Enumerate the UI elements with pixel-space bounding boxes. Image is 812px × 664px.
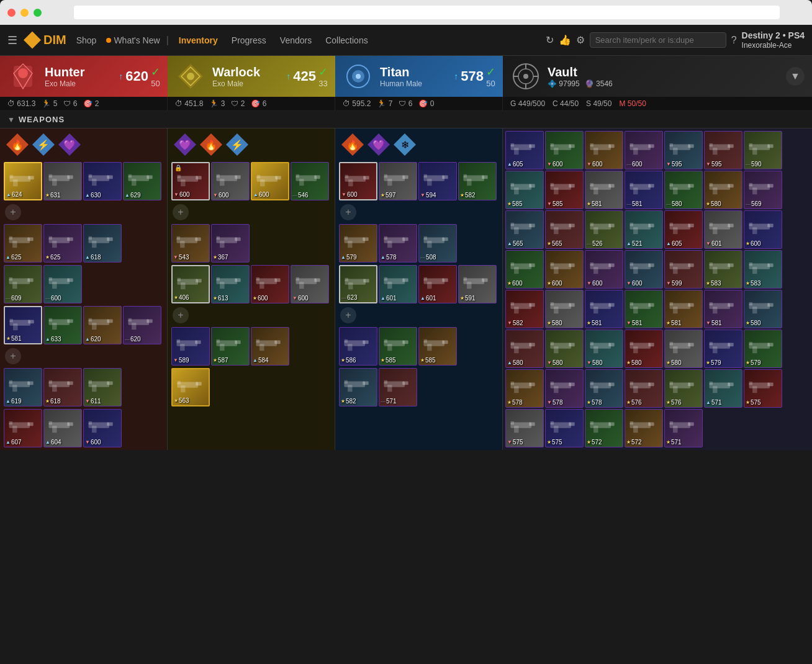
weapon-item[interactable]: ★ 591 (458, 265, 497, 303)
weapon-item[interactable]: — 623 (339, 265, 377, 303)
weapon-item[interactable]: ★ 597 (379, 162, 417, 200)
help-button[interactable]: ? (731, 35, 737, 46)
weapon-item[interactable]: ▲ 625 (4, 224, 42, 262)
weapon-item[interactable]: — 581 (625, 171, 663, 209)
warlock-subclass-void[interactable]: 💜 (174, 133, 196, 156)
weapon-item[interactable]: ★ 580 (664, 330, 703, 368)
weapon-item[interactable]: ▲ 600 (251, 162, 289, 200)
titan-subclass-void[interactable]: 💜 (368, 133, 390, 156)
weapon-item[interactable]: ★ 580 (625, 330, 663, 368)
add-button[interactable]: + (173, 307, 189, 323)
weapon-item[interactable]: ★ 613 (211, 265, 250, 303)
weapon-item[interactable]: ▲ 620 (83, 306, 122, 344)
weapon-item[interactable]: — 546 (291, 162, 329, 200)
weapon-item[interactable]: ★ 600 (505, 250, 544, 289)
add-button[interactable]: + (340, 307, 356, 323)
weapon-item[interactable]: ★ 578 (585, 369, 623, 408)
titan-subclass-solar[interactable]: 🔥 (341, 133, 364, 156)
weapon-item[interactable]: — 569 (744, 171, 782, 209)
weapon-item[interactable]: ▲ 618 (83, 224, 122, 262)
weapon-item[interactable]: ▼ 581 (625, 290, 663, 328)
weapon-item[interactable]: ▲ 521 (625, 210, 663, 249)
weapon-item[interactable]: ▲ 607 (4, 409, 42, 447)
weapon-item[interactable]: — 580 (664, 171, 703, 209)
weapon-item[interactable]: ★ 575 (744, 369, 782, 408)
hunter-subclass-void[interactable]: 💜 (58, 133, 81, 156)
weapon-item[interactable]: ★ 581 (4, 306, 42, 344)
weapon-item[interactable]: — 620 (123, 306, 161, 344)
weapon-item[interactable]: ▼ 601 (704, 210, 742, 249)
weapon-item[interactable]: ★ 600 (251, 265, 289, 303)
add-button[interactable]: + (5, 348, 21, 364)
refresh-button[interactable]: ↻ (546, 34, 554, 46)
settings-button[interactable]: ⚙ (576, 34, 585, 46)
weapon-item[interactable]: ▲ 619 (4, 368, 42, 406)
vault-header[interactable]: Vault 💠 97995 🔮 3546 ▼ (503, 56, 812, 97)
weapon-item[interactable]: ▼ 599 (664, 250, 703, 289)
weapon-item[interactable]: ★ 579 (744, 330, 782, 368)
weapon-item[interactable]: 🔒 ▼ 600 (171, 162, 210, 200)
weapon-item[interactable]: ★ 618 (43, 368, 82, 406)
weapon-item[interactable]: ★ 580 (744, 290, 782, 328)
weapon-item[interactable]: ▲ 629 (123, 162, 161, 200)
weapon-item[interactable]: ★ 580 (704, 171, 742, 209)
weapon-item[interactable]: ★ 367 (211, 224, 250, 262)
weapon-item[interactable]: ★ 600 (744, 210, 782, 249)
weapon-item[interactable]: ▲ 571 (704, 369, 742, 408)
like-button[interactable]: 👍 (559, 34, 571, 46)
weapon-item[interactable]: ▼ 600 (83, 409, 122, 447)
weapon-item[interactable]: ▼ 594 (418, 162, 457, 200)
titan-subclass-stasis[interactable]: ❄ (394, 133, 416, 156)
weapon-item[interactable]: ★ 575 (545, 409, 584, 447)
weapon-item[interactable]: ★ 585 (418, 327, 457, 366)
weapon-item[interactable]: ★ 571 (664, 409, 703, 447)
weapon-item[interactable]: ★ 631 (43, 162, 82, 200)
weapon-item[interactable]: ▲ 584 (251, 327, 289, 366)
weapon-item[interactable]: ★ 585 (379, 327, 417, 366)
weapon-item[interactable]: ▼ 600 (625, 250, 663, 289)
weapon-item[interactable]: ★ 583 (744, 250, 782, 289)
weapon-item[interactable]: ▼ 580 (545, 330, 584, 368)
weapon-item[interactable]: ▼ 580 (585, 330, 623, 368)
hunter-subclass-solar[interactable]: 🔥 (6, 133, 29, 156)
weapon-item[interactable]: ★ 580 (545, 290, 584, 328)
weapon-item[interactable]: ▲ 578 (379, 224, 417, 262)
weapon-item[interactable]: — 590 (744, 131, 782, 169)
weapon-item[interactable]: ★ 581 (585, 171, 623, 209)
minimize-button[interactable] (20, 9, 29, 17)
weapon-item[interactable]: ▼ 611 (83, 368, 122, 406)
weapon-item[interactable]: ▲ 605 (664, 210, 703, 249)
weapon-item[interactable]: ★ 585 (505, 171, 544, 209)
weapon-item[interactable]: ★ 563 (171, 368, 210, 406)
weapon-item[interactable]: ▲ 601 (379, 265, 417, 303)
weapon-item[interactable]: ★ 582 (458, 162, 497, 200)
vendors-link[interactable]: Vendors (276, 35, 315, 45)
weapon-item[interactable]: ▼ 575 (505, 409, 544, 447)
weapon-item[interactable]: ★ 576 (625, 369, 663, 408)
weapon-item[interactable]: ★ 583 (704, 250, 742, 289)
menu-icon[interactable]: ☰ (7, 34, 17, 47)
weapon-item[interactable]: ▲ 624 (4, 162, 42, 200)
weapon-item[interactable]: ▼ 581 (704, 290, 742, 328)
weapon-item[interactable]: ★ 406 (171, 265, 210, 303)
warlock-subclass-arc[interactable]: ⚡ (226, 133, 248, 156)
search-input[interactable] (590, 32, 726, 48)
weapon-item[interactable]: ★ 581 (585, 290, 623, 328)
weapon-item[interactable]: ★ 565 (545, 210, 584, 249)
weapon-item[interactable]: ▼ 600 (585, 250, 623, 289)
vault-chevron[interactable]: ▼ (786, 67, 805, 86)
weapon-item[interactable]: ▼ 595 (704, 131, 742, 169)
inventory-link[interactable]: Inventory (175, 35, 222, 45)
weapon-item[interactable]: ▼ 595 (664, 131, 703, 169)
weapon-item[interactable]: ▲ 579 (339, 224, 377, 262)
weapon-item[interactable]: ▲ 604 (43, 409, 82, 447)
weapon-item[interactable]: — 600 (43, 265, 82, 303)
collections-link[interactable]: Collections (322, 35, 371, 45)
weapon-item[interactable]: ★ 587 (211, 327, 250, 366)
weapon-item[interactable]: ▼ 582 (505, 290, 544, 328)
weapon-item[interactable]: ★ 572 (625, 409, 663, 447)
weapon-item[interactable]: — 609 (4, 265, 42, 303)
weapon-item[interactable]: ▼ 600 (545, 131, 584, 169)
add-button[interactable]: + (340, 204, 356, 220)
weapon-item[interactable]: ▲ 605 (505, 131, 544, 169)
